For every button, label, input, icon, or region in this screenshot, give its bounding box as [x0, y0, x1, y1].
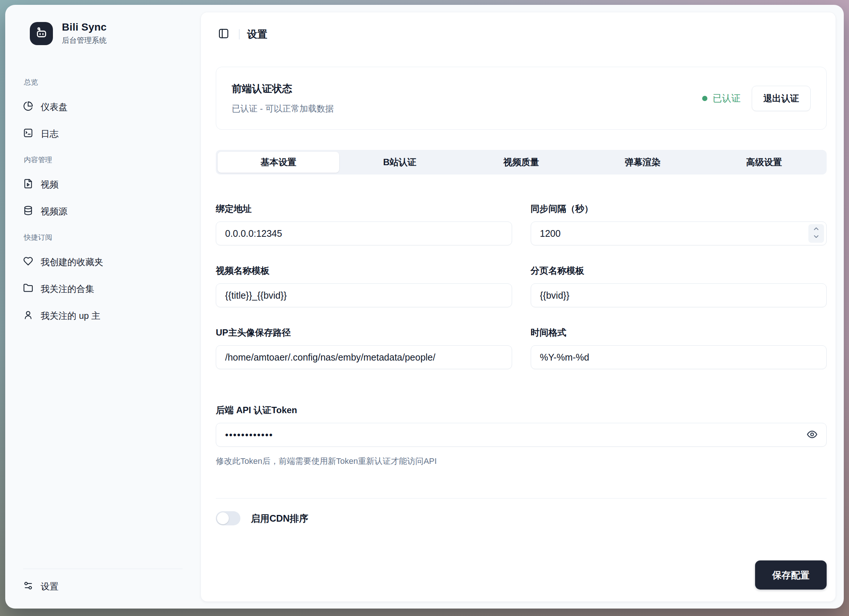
- chevron-down-icon[interactable]: [813, 234, 819, 240]
- database-icon: [23, 206, 33, 218]
- bot-logo: [30, 22, 53, 45]
- token-section: 后端 API 认证Token 修改此Token后，前端需要使用新Token重新认…: [216, 404, 827, 467]
- panel-left-icon: [218, 28, 229, 41]
- status-dot-icon: [702, 96, 708, 101]
- sidebar-toggle-button[interactable]: [216, 27, 231, 42]
- tab-basic-settings[interactable]: 基本设置: [217, 152, 339, 173]
- nav-section-overview: 总览 仪表盘: [16, 77, 190, 145]
- page-header: 设置: [216, 25, 827, 44]
- main-card: 设置 前端认证状态 已认证 - 可以正常加载数据 已认证 退出认证 基本设置 B…: [201, 12, 836, 602]
- bot-icon: [35, 26, 48, 41]
- video-name-template-label: 视频名称模板: [216, 265, 512, 277]
- auth-status-badge: 已认证: [702, 92, 740, 104]
- token-help-text: 修改此Token后，前端需要使用新Token重新认证才能访问API: [216, 456, 827, 467]
- toggle-thumb: [217, 512, 229, 524]
- auth-actions: 已认证 退出认证: [702, 86, 810, 111]
- page-name-template-label: 分页名称模板: [531, 265, 827, 277]
- sidebar-item-videos[interactable]: 视频: [16, 174, 190, 195]
- app-name: Bili Sync: [62, 21, 107, 33]
- upper-path-input[interactable]: [216, 345, 512, 369]
- heart-icon: [23, 256, 33, 268]
- sidebar-item-label: 仪表盘: [41, 101, 67, 113]
- field-video-name-template: 视频名称模板: [216, 265, 512, 307]
- page-title: 设置: [247, 28, 267, 41]
- pie-chart-icon: [23, 101, 33, 113]
- auth-card-title: 前端认证状态: [232, 82, 334, 95]
- sidebar-item-label: 视频源: [41, 206, 67, 218]
- app-logo: Bili Sync 后台管理系统: [5, 21, 201, 45]
- section-label: 内容管理: [16, 154, 190, 166]
- sidebar-item-uppers[interactable]: 我关注的 up 主: [16, 305, 190, 327]
- sidebar: Bili Sync 后台管理系统 总览 仪表盘: [5, 5, 201, 609]
- sidebar-item-dashboard[interactable]: 仪表盘: [16, 96, 190, 118]
- sidebar-item-video-sources[interactable]: 视频源: [16, 201, 190, 222]
- sync-interval-input[interactable]: [531, 221, 827, 245]
- auth-card-subtitle: 已认证 - 可以正常加载数据: [232, 103, 334, 115]
- video-name-template-input[interactable]: [216, 283, 512, 307]
- app-subtitle: 后台管理系统: [62, 36, 107, 45]
- sidebar-divider: [23, 569, 183, 569]
- number-stepper[interactable]: [808, 224, 824, 243]
- section-label: 快捷订阅: [16, 232, 190, 243]
- nav-section-content: 内容管理 视频: [16, 154, 190, 222]
- save-row: 保存配置: [216, 561, 827, 602]
- chevron-up-icon[interactable]: [813, 226, 819, 233]
- header-divider: [239, 29, 240, 40]
- sidebar-item-label: 日志: [41, 128, 58, 140]
- eye-icon: [807, 429, 818, 441]
- settings-tabs: 基本设置 B站认证 视频质量 弹幕渲染 高级设置: [216, 150, 827, 175]
- sidebar-item-collections[interactable]: 我关注的合集: [16, 278, 190, 300]
- upper-path-label: UP主头像保存路径: [216, 327, 512, 339]
- sidebar-item-label: 我创建的收藏夹: [41, 256, 103, 268]
- tab-advanced-settings[interactable]: 高级设置: [703, 152, 825, 173]
- tab-bilibili-auth[interactable]: B站认证: [339, 152, 461, 173]
- sidebar-item-favorites[interactable]: 我创建的收藏夹: [16, 251, 190, 273]
- user-icon: [23, 310, 33, 322]
- settings-form: 绑定地址 同步间隔（秒）: [216, 203, 827, 369]
- folder-icon: [23, 283, 33, 295]
- section-divider: [216, 498, 827, 498]
- field-bind-address: 绑定地址: [216, 203, 512, 245]
- sidebar-item-label: 我关注的合集: [41, 283, 94, 295]
- time-format-label: 时间格式: [531, 327, 827, 339]
- main-area: 设置 前端认证状态 已认证 - 可以正常加载数据 已认证 退出认证 基本设置 B…: [201, 5, 844, 609]
- field-upper-path: UP主头像保存路径: [216, 327, 512, 369]
- file-play-icon: [23, 179, 33, 191]
- auth-text-block: 前端认证状态 已认证 - 可以正常加载数据: [232, 82, 334, 115]
- field-page-name-template: 分页名称模板: [531, 265, 827, 307]
- bind-address-label: 绑定地址: [216, 203, 512, 215]
- page-name-template-input[interactable]: [531, 283, 827, 307]
- field-sync-interval: 同步间隔（秒）: [531, 203, 827, 245]
- cdn-toggle-row: 启用CDN排序: [216, 511, 827, 525]
- bind-address-input[interactable]: [216, 221, 512, 245]
- api-token-input[interactable]: [216, 423, 827, 447]
- sidebar-item-label: 视频: [41, 179, 58, 191]
- tab-danmaku-render[interactable]: 弹幕渲染: [582, 152, 703, 173]
- api-token-label: 后端 API 认证Token: [216, 404, 827, 416]
- section-label: 总览: [16, 77, 190, 88]
- sidebar-footer: 设置: [5, 569, 201, 597]
- save-config-button[interactable]: 保存配置: [755, 561, 827, 589]
- app-title-block: Bili Sync 后台管理系统: [62, 21, 107, 45]
- terminal-icon: [23, 128, 33, 140]
- sidebar-item-label: 我关注的 up 主: [41, 310, 100, 322]
- field-time-format: 时间格式: [531, 327, 827, 369]
- cdn-sort-toggle[interactable]: [216, 511, 240, 525]
- sidebar-item-logs[interactable]: 日志: [16, 123, 190, 145]
- sidebar-nav: 总览 仪表盘: [5, 77, 201, 569]
- cdn-toggle-label: 启用CDN排序: [251, 512, 308, 525]
- time-format-input[interactable]: [531, 345, 827, 369]
- sync-interval-label: 同步间隔（秒）: [531, 203, 827, 215]
- toggle-token-visibility-button[interactable]: [807, 423, 818, 447]
- tab-video-quality[interactable]: 视频质量: [461, 152, 582, 173]
- app-window: Bili Sync 后台管理系统 总览 仪表盘: [5, 5, 844, 609]
- auth-status-card: 前端认证状态 已认证 - 可以正常加载数据 已认证 退出认证: [216, 67, 827, 130]
- logout-auth-button[interactable]: 退出认证: [752, 86, 810, 111]
- nav-section-subscriptions: 快捷订阅 我创建的收藏夹 我关注的合集: [16, 232, 190, 327]
- sidebar-item-settings[interactable]: 设置: [16, 576, 190, 597]
- sidebar-item-label: 设置: [41, 580, 58, 592]
- auth-badge-label: 已认证: [713, 92, 740, 104]
- settings-icon: [23, 580, 33, 593]
